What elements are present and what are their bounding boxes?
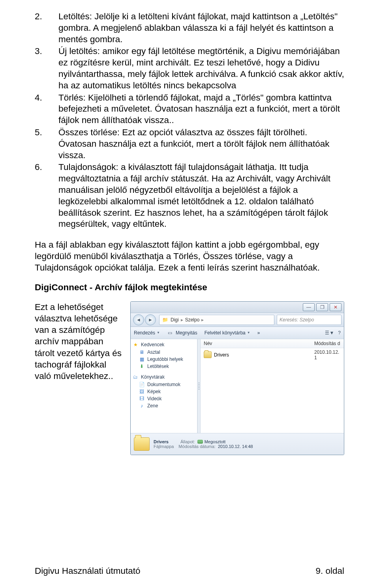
back-icon: ◄ [136,317,141,323]
maximize-icon: ❐ [320,304,325,310]
item-number: 2. [35,11,58,45]
intro-text: Ezt a lehetőséget választva lehetősége v… [35,301,125,382]
back-button[interactable]: ◄ [133,314,144,325]
item-number: 6. [35,162,58,230]
libraries-group[interactable]: 🗂Könyvtárak [132,374,195,380]
maximize-button[interactable]: ❐ [316,303,328,311]
forward-button[interactable]: ► [145,314,156,325]
grip-icon [199,383,199,390]
modified-value: 2010.10.12. 14:48 [218,444,253,449]
folder-icon [204,351,212,358]
type-label: Fájlmappa [154,444,174,449]
item-number: 3. [35,46,58,91]
nav-bar: ◄ ► 📁 Digi ▸ Szelpo ▸ Keresés: Szelpo [131,313,344,327]
list-item: 5. Összes törlése: Ezt az opciót választ… [35,127,344,161]
item-number: 5. [35,127,58,161]
file-row[interactable]: Drivers 2010.10.12. 1 [204,351,341,359]
folder-icon [134,437,150,451]
minimize-icon: — [306,304,311,310]
search-placeholder: Keresés: Szelpo [280,317,314,323]
status-label: Állapot: [180,439,195,444]
video-icon: 🎞 [139,396,145,402]
sidebar-item-recent[interactable]: ▦Legutóbbi helyek [132,356,195,363]
item-text: Törlés: Kijelölheti a törlendő fájlokat,… [58,92,344,126]
close-icon: ✕ [334,304,338,310]
sidebar-item-videos[interactable]: 🎞Videók [132,395,195,402]
folder-icon: 📁 [162,317,168,323]
document-icon: 📄 [139,381,145,388]
chevron-down-icon: ▼ [329,330,334,336]
sidebar-item-desktop[interactable]: 🖥Asztal [132,349,195,356]
item-text: Letöltés: Jelölje ki a letölteni kívánt … [58,11,344,45]
crumb-segment[interactable]: Digi [171,317,179,323]
favorites-group[interactable]: ★Kedvencek [132,342,195,348]
sidebar-item-downloads[interactable]: ⬇Letöltések [132,363,195,370]
item-number: 4. [35,92,58,126]
recent-icon: ▦ [139,356,145,362]
overflow-button[interactable]: » [257,330,260,336]
forward-icon: ► [148,317,153,323]
numbered-list: 2. Letöltés: Jelölje ki a letölteni kívá… [35,11,344,230]
footer-left: Digivu Használati útmutató [35,566,141,576]
item-text: Összes törlése: Ezt az opciót választva … [58,127,344,161]
list-item: 6. Tulajdonságok: a kiválasztott fájl tu… [35,162,344,230]
breadcrumb[interactable]: 📁 Digi ▸ Szelpo ▸ [159,315,274,325]
minimize-button[interactable]: — [303,303,315,311]
open-icon: ▭ [167,330,173,336]
view-icon: ☰ [325,330,329,336]
organize-dropdown[interactable]: Rendezés▼ [134,330,160,336]
chevron-right-icon: ▸ [201,317,204,323]
include-library-dropdown[interactable]: Felvétel könyvtárba▼ [205,330,250,336]
download-icon: ⬇ [139,363,145,370]
sidebar-item-documents[interactable]: 📄Dokumentumok [132,381,195,388]
close-button[interactable]: ✕ [330,303,341,311]
item-text: Új letöltés: amikor egy fájl letöltése m… [58,46,344,91]
col-modified-header[interactable]: Módosítás d [314,341,341,346]
chevron-down-icon: ▼ [157,331,160,334]
file-list-pane: Név Módosítás d Drivers 2010.10.12. 1 [201,339,344,433]
splitter-handle[interactable] [197,339,201,433]
shared-indicator: Megosztott [197,439,226,444]
help-button[interactable]: ? [338,330,341,336]
explorer-screenshot: — ❐ ✕ ◄ ► 📁 Digi ▸ Szelpo ▸ Keresés: Sze… [130,301,344,455]
help-icon: ? [338,330,341,336]
shared-icon [197,440,203,444]
footer-right: 9. oldal [315,566,344,576]
sidebar-item-music[interactable]: ♪Zene [132,402,195,409]
file-date: 2010.10.12. 1 [314,349,341,360]
window-titlebar[interactable]: — ❐ ✕ [131,302,344,313]
music-icon: ♪ [139,403,145,409]
library-icon: 🗂 [132,374,139,380]
chevron-right-icon: ▸ [181,317,183,323]
open-button[interactable]: ▭Megnyitás [167,330,197,336]
details-pane: Drivers Állapot: Megosztott Fájlmappa Mó… [131,433,344,455]
section-heading: DigiConnect - Archív fájlok megtekintése [35,282,344,293]
paragraph: Ha a fájl ablakban egy kiválasztott fájl… [35,239,344,273]
modified-label: Módosítás dátuma: [178,444,216,449]
file-name: Drivers [214,352,229,358]
list-item: 3. Új letöltés: amikor egy fájl letöltés… [35,46,344,91]
list-item: 4. Törlés: Kijelölheti a törlendő fájlok… [35,92,344,126]
star-icon: ★ [132,342,139,348]
toolbar: Rendezés▼ ▭Megnyitás Felvétel könyvtárba… [131,327,344,339]
explorer-window[interactable]: — ❐ ✕ ◄ ► 📁 Digi ▸ Szelpo ▸ Keresés: Sze… [130,301,344,455]
sidebar-item-pictures[interactable]: 🖼Képek [132,388,195,395]
col-name-header[interactable]: Név [204,341,314,346]
page-footer: Digivu Használati útmutató 9. oldal [35,566,344,576]
column-header-row: Név Módosítás d [201,339,344,348]
selected-name: Drivers [154,439,169,444]
list-item: 2. Letöltés: Jelölje ki a letölteni kívá… [35,11,344,45]
search-input[interactable]: Keresés: Szelpo [277,315,341,325]
picture-icon: 🖼 [139,388,145,395]
item-text: Tulajdonságok: a kiválasztott fájl tulaj… [58,162,344,230]
crumb-segment[interactable]: Szelpo [185,317,200,323]
desktop-icon: 🖥 [139,349,145,355]
nav-pane: ★Kedvencek 🖥Asztal ▦Legutóbbi helyek ⬇Le… [131,339,197,433]
view-button[interactable]: ☰▼ [325,330,334,336]
chevron-down-icon: ▼ [247,331,250,334]
